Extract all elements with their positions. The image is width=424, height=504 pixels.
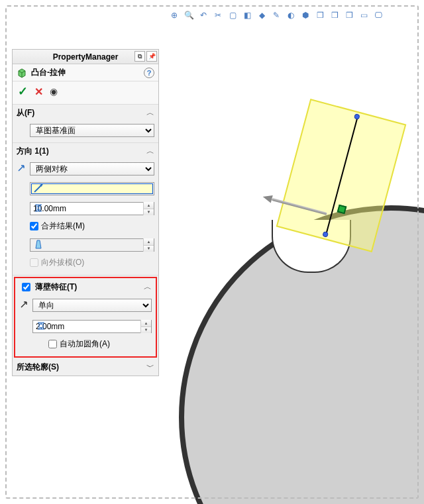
- from-section: 从(F) ︿ 草图基准面: [13, 105, 158, 143]
- apply-scene-icon[interactable]: ◐: [285, 9, 297, 21]
- depth-icon: [32, 202, 44, 214]
- auto-fillet-checkbox[interactable]: [48, 340, 57, 348]
- direction1-header[interactable]: 方向 1(1) ︿: [13, 143, 158, 160]
- auto-fillet-checkbox-row[interactable]: 自动加圆角(A): [48, 337, 152, 351]
- pm-header: PropertyManager ⧉ 📌: [13, 50, 158, 64]
- feature-title: 凸台-拉伸: [31, 67, 66, 78]
- view-cube2-icon[interactable]: ❒: [329, 9, 341, 21]
- fullscreen-icon[interactable]: 🖵: [372, 9, 384, 21]
- end-condition-dropdown[interactable]: 两侧对称: [30, 162, 154, 176]
- collapse-icon: ︿: [146, 107, 154, 119]
- zoom-area-icon[interactable]: 🔍: [183, 9, 195, 21]
- zoom-fit-icon[interactable]: ⊕: [168, 9, 180, 21]
- direction-vector-icon[interactable]: [32, 182, 44, 194]
- thin-feature-header[interactable]: 薄壁特征(T) ︿: [15, 278, 156, 296]
- boss-extrude-icon: [17, 68, 27, 78]
- expand-icon: ﹀: [146, 362, 154, 373]
- cancel-button[interactable]: ✕: [34, 85, 43, 98]
- pm-title: PropertyManager: [53, 52, 119, 62]
- selected-contours-section: 所选轮廓(S) ﹀: [13, 359, 158, 376]
- draft-outward-checkbox-row: 向外拔模(O): [30, 256, 154, 270]
- direction1-section: 方向 1(1) ︿ 两侧对称 10.00mm ▲▼: [13, 143, 158, 276]
- selected-contours-header[interactable]: 所选轮廓(S) ﹀: [13, 359, 158, 376]
- heads-up-view-toolbar: ⊕ 🔍 ↶ ✂ ▢ ◧ ◆ ✎ ◐ ⬢ ❒ ❒ ❒ ▭ 🖵: [168, 9, 384, 21]
- direction-selection-box[interactable]: [30, 182, 154, 195]
- pm-actions: ✓ ✕ ◉: [13, 81, 158, 105]
- view-cube3-icon[interactable]: ❒: [343, 9, 355, 21]
- help-button[interactable]: ?: [144, 68, 154, 78]
- depth-input[interactable]: 10.00mm ▲▼: [30, 202, 154, 215]
- thickness-spinner[interactable]: ▲▼: [140, 320, 151, 333]
- thin-reverse-icon[interactable]: [18, 299, 30, 311]
- ok-button[interactable]: ✓: [18, 84, 28, 99]
- from-section-header[interactable]: 从(F) ︿: [13, 105, 158, 121]
- reverse-direction-icon[interactable]: [15, 162, 27, 174]
- draft-spinner[interactable]: ▲▼: [143, 238, 154, 252]
- detailed-preview-button[interactable]: ◉: [50, 86, 58, 97]
- feature-title-row: 凸台-拉伸 ?: [13, 64, 158, 81]
- from-dropdown[interactable]: 草图基准面: [30, 124, 154, 137]
- view-cube-icon[interactable]: ❒: [314, 9, 326, 21]
- draft-icon[interactable]: [32, 238, 44, 250]
- draft-outward-checkbox: [30, 258, 38, 267]
- section-view-icon[interactable]: ✂: [212, 9, 224, 21]
- view-settings-icon[interactable]: ⬢: [299, 9, 311, 21]
- svg-marker-7: [36, 240, 41, 248]
- merge-result-checkbox-row[interactable]: 合并结果(M): [30, 219, 154, 233]
- collapse-icon: ︿: [146, 146, 154, 157]
- merge-result-checkbox[interactable]: [30, 222, 38, 230]
- property-manager-panel: PropertyManager ⧉ 📌 凸台-拉伸 ? ✓ ✕ ◉ 从(F) ︿…: [12, 49, 159, 376]
- draft-angle-input[interactable]: ▲▼: [30, 238, 154, 252]
- pm-pushpin-button[interactable]: 📌: [146, 51, 157, 62]
- thickness-input[interactable]: 2.00mm ▲▼: [32, 320, 152, 333]
- thin-feature-highlight: 薄壁特征(T) ︿ 单向 2.00mm ▲▼ 自动加圆角(A): [14, 277, 157, 358]
- display-style-icon[interactable]: ◧: [241, 9, 253, 21]
- pm-keep-visible-button[interactable]: ⧉: [134, 51, 145, 62]
- render-icon[interactable]: ▭: [358, 9, 370, 21]
- edit-appearance-icon[interactable]: ✎: [270, 9, 282, 21]
- hide-show-icon[interactable]: ◆: [256, 9, 268, 21]
- thickness-icon: [35, 320, 47, 332]
- thin-feature-section: 薄壁特征(T) ︿ 单向 2.00mm ▲▼ 自动加圆角(A): [15, 278, 156, 356]
- depth-spinner[interactable]: ▲▼: [143, 202, 154, 215]
- previous-view-icon[interactable]: ↶: [197, 9, 209, 21]
- thin-feature-enable-checkbox[interactable]: [22, 283, 30, 291]
- collapse-icon: ︿: [144, 281, 152, 293]
- view-orientation-icon[interactable]: ▢: [227, 9, 238, 21]
- thin-type-dropdown[interactable]: 单向: [32, 299, 152, 312]
